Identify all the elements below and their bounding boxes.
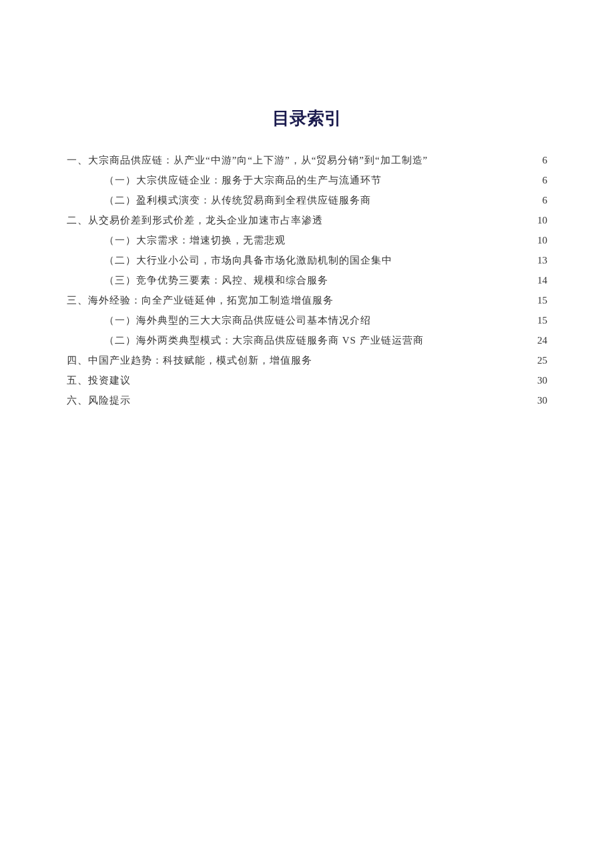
toc-entry-label: （一）海外典型的三大大宗商品供应链公司基本情况介绍 bbox=[104, 310, 371, 330]
toc-entry: 六、风险提示30 bbox=[67, 390, 547, 410]
toc-dots bbox=[133, 374, 530, 384]
toc-entry-label: 五、投资建议 bbox=[67, 370, 131, 390]
toc-title: 目录索引 bbox=[67, 107, 547, 130]
toc-entry-label: （三）竞争优势三要素：风控、规模和综合服务 bbox=[104, 270, 328, 290]
toc-entry-label: 二、从交易价差到形式价差，龙头企业加速市占率渗透 bbox=[67, 210, 323, 230]
toc-entry-label: 六、风险提示 bbox=[67, 390, 131, 410]
toc-entry-page: 25 bbox=[533, 350, 547, 370]
toc-entry-label: （一）大宗供应链企业：服务于大宗商品的生产与流通环节 bbox=[104, 170, 382, 190]
toc-entry-page: 10 bbox=[533, 210, 547, 230]
toc-entry: 三、海外经验：向全产业链延伸，拓宽加工制造增值服务15 bbox=[67, 290, 547, 310]
toc-entry: （三）竞争优势三要素：风控、规模和综合服务14 bbox=[67, 270, 547, 290]
toc-entry: （二）大行业小公司，市场向具备市场化激励机制的国企集中13 bbox=[67, 250, 547, 270]
toc-entry-label: 四、中国产业趋势：科技赋能，模式创新，增值服务 bbox=[67, 350, 312, 370]
toc-dots bbox=[374, 193, 530, 203]
toc-dots bbox=[336, 294, 530, 304]
toc-dots bbox=[395, 254, 530, 264]
toc-entry-label: （一）大宗需求：增速切换，无需悲观 bbox=[104, 230, 286, 250]
toc-entry-page: 6 bbox=[533, 170, 547, 190]
toc-dots bbox=[426, 334, 530, 344]
toc-dots bbox=[331, 274, 530, 284]
toc-entry-label: （二）盈利模式演变：从传统贸易商到全程供应链服务商 bbox=[104, 190, 371, 210]
toc-entry-label: （二）大行业小公司，市场向具备市场化激励机制的国企集中 bbox=[104, 250, 392, 270]
toc-entry-page: 15 bbox=[533, 290, 547, 310]
toc-entry: （一）大宗需求：增速切换，无需悲观10 bbox=[67, 230, 547, 250]
toc-dots bbox=[430, 153, 530, 163]
toc-dots bbox=[288, 234, 530, 244]
toc-entry: （二）海外两类典型模式：大宗商品供应链服务商 VS 产业链运营商24 bbox=[67, 330, 547, 350]
toc-entry: （二）盈利模式演变：从传统贸易商到全程供应链服务商6 bbox=[67, 190, 547, 210]
toc-entry: （一）海外典型的三大大宗商品供应链公司基本情况介绍15 bbox=[67, 310, 547, 330]
toc-entry-page: 30 bbox=[533, 390, 547, 410]
toc-entry-label: 三、海外经验：向全产业链延伸，拓宽加工制造增值服务 bbox=[67, 290, 334, 310]
toc-dots bbox=[374, 314, 530, 324]
toc-dots bbox=[315, 354, 530, 364]
toc-entry: 五、投资建议30 bbox=[67, 370, 547, 390]
toc-entry-label: 一、大宗商品供应链：从产业“中游”向“上下游”，从“贸易分销”到“加工制造” bbox=[67, 150, 428, 170]
toc-dots bbox=[133, 394, 530, 404]
toc-entry-page: 6 bbox=[533, 150, 547, 170]
toc-entry-page: 6 bbox=[533, 190, 547, 210]
toc-entry-page: 13 bbox=[533, 250, 547, 270]
toc-entry-label: （二）海外两类典型模式：大宗商品供应链服务商 VS 产业链运营商 bbox=[104, 330, 424, 350]
toc-entry: 二、从交易价差到形式价差，龙头企业加速市占率渗透10 bbox=[67, 210, 547, 230]
toc-entry-page: 15 bbox=[533, 310, 547, 330]
toc-entry: 四、中国产业趋势：科技赋能，模式创新，增值服务25 bbox=[67, 350, 547, 370]
toc-dots bbox=[384, 173, 530, 183]
toc-entry: （一）大宗供应链企业：服务于大宗商品的生产与流通环节6 bbox=[67, 170, 547, 190]
toc-dots bbox=[326, 213, 530, 224]
toc-entry-page: 24 bbox=[533, 330, 547, 350]
toc-entry-page: 30 bbox=[533, 370, 547, 390]
toc-list: 一、大宗商品供应链：从产业“中游”向“上下游”，从“贸易分销”到“加工制造”6（… bbox=[67, 150, 547, 410]
toc-entry-page: 14 bbox=[533, 270, 547, 290]
toc-entry-page: 10 bbox=[533, 230, 547, 250]
toc-entry: 一、大宗商品供应链：从产业“中游”向“上下游”，从“贸易分销”到“加工制造”6 bbox=[67, 150, 547, 170]
